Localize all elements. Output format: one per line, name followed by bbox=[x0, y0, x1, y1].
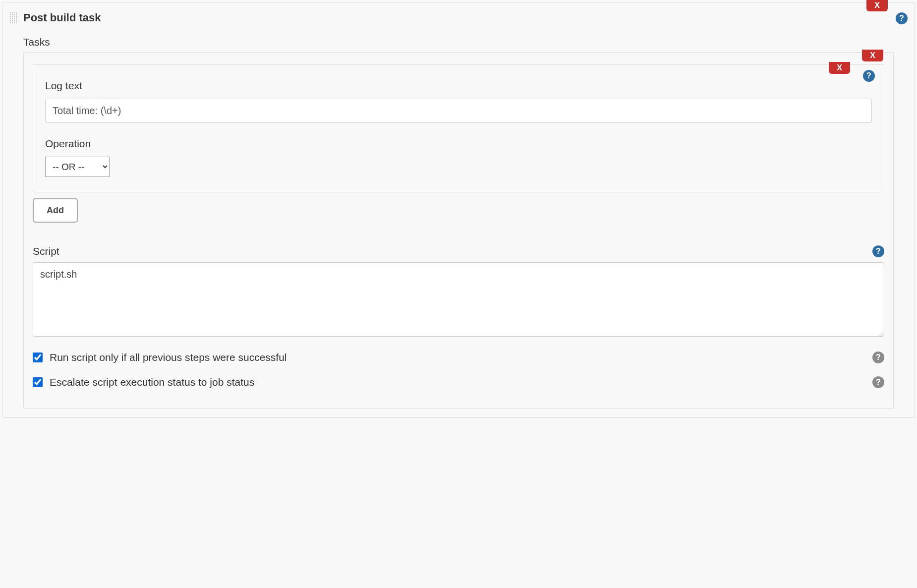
tasks-container: X X ? Log text Operation -- OR -- Add Sc… bbox=[23, 52, 894, 409]
post-build-task-section: X ? Post build task Tasks X X ? Log text… bbox=[2, 2, 915, 418]
script-textarea[interactable]: script.sh bbox=[33, 262, 884, 337]
operation-select[interactable]: -- OR -- bbox=[45, 157, 110, 177]
script-label: Script bbox=[33, 245, 59, 257]
section-header: Post build task bbox=[2, 2, 915, 27]
help-icon[interactable]: ? bbox=[872, 245, 884, 257]
run-only-success-label: Run script only if all previous steps we… bbox=[50, 352, 287, 363]
run-only-success-checkbox[interactable] bbox=[33, 353, 43, 362]
operation-label: Operation bbox=[45, 138, 872, 150]
log-text-label: Log text bbox=[45, 80, 872, 92]
tasks-label: Tasks bbox=[2, 27, 915, 52]
run-only-success-row: Run script only if all previous steps we… bbox=[33, 352, 884, 363]
remove-task-button[interactable]: X bbox=[862, 50, 883, 61]
escalate-label: Escalate script execution status to job … bbox=[50, 376, 254, 388]
log-text-input[interactable] bbox=[45, 99, 872, 123]
section-title: Post build task bbox=[23, 11, 101, 24]
help-icon[interactable]: ? bbox=[872, 352, 884, 363]
help-icon[interactable]: ? bbox=[872, 376, 884, 388]
add-button[interactable]: Add bbox=[33, 198, 78, 223]
remove-log-button[interactable]: X bbox=[829, 62, 850, 74]
script-section: Script ? script.sh bbox=[33, 245, 884, 339]
help-icon[interactable]: ? bbox=[863, 70, 875, 82]
escalate-row: Escalate script execution status to job … bbox=[33, 376, 884, 388]
drag-handle-icon[interactable] bbox=[9, 12, 18, 24]
escalate-checkbox[interactable] bbox=[33, 377, 43, 387]
log-container: X ? Log text Operation -- OR -- bbox=[33, 64, 884, 192]
